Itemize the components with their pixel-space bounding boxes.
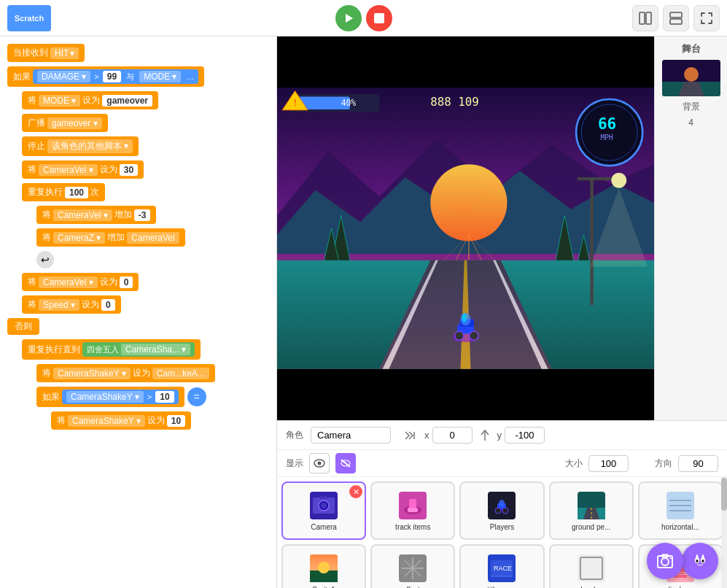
svg-text:888 109: 888 109 xyxy=(430,95,478,109)
x-input[interactable] xyxy=(432,427,473,444)
cameravel-dropdown3[interactable]: CameraVel ▾ xyxy=(39,276,98,288)
damage-dropdown[interactable]: DAMAGE ▾ xyxy=(37,71,90,82)
ellipsis: … xyxy=(186,72,194,81)
camera-label: Camera xyxy=(309,523,338,531)
camerashaky-dropdown[interactable]: CameraShakeY ▾ xyxy=(53,368,131,379)
camerashaky-cond[interactable]: CameraShakeY ▾ > 10 xyxy=(62,390,179,404)
players-label: Players xyxy=(489,523,516,531)
cameravel-dropdown[interactable]: CameraVel ▾ xyxy=(39,164,98,176)
svg-point-80 xyxy=(318,562,330,573)
repeat-arrow[interactable]: ↩ xyxy=(36,251,54,268)
val-10[interactable]: 10 xyxy=(155,391,174,403)
layout-button-1[interactable] xyxy=(632,5,658,31)
sprite-cell-track-items[interactable]: track items xyxy=(370,481,455,540)
scrollbar[interactable] xyxy=(721,477,727,588)
set-label: 将 xyxy=(28,94,36,107)
play-button[interactable] xyxy=(335,5,362,31)
set-mode[interactable]: 将 MODE ▾ 设为 gameover xyxy=(22,91,158,109)
repeat-until[interactable]: 重复执行直到 四舍五入 CameraSha... ▾ xyxy=(22,339,201,360)
if-label2: 如果 xyxy=(42,391,60,403)
sprite-cell-border[interactable]: border xyxy=(549,544,634,588)
set-cameravel-0[interactable]: 将 CameraVel ▾ 设为 0 xyxy=(22,273,139,291)
sprite1-thumb xyxy=(309,554,338,583)
repeat[interactable]: 重复执行 100 次 xyxy=(22,183,105,201)
repeat-until-label: 重复执行直到 xyxy=(28,344,80,356)
svg-rect-2 xyxy=(670,12,682,18)
x-coord-group: x xyxy=(424,427,473,444)
change-cameraz-block: 将 CameraZ ▾ 增加 CameraVel xyxy=(36,228,269,247)
if-camerashaky-block: 如果 CameraShakeY ▾ > 10 = xyxy=(36,387,269,407)
sprite-cell-title-page[interactable]: RACE title page xyxy=(459,544,544,588)
stop-dropdown[interactable]: 该角色的其他脚本 ▾ xyxy=(47,139,133,153)
setvalue-label5: 设为 xyxy=(133,367,150,379)
cameraz-dropdown[interactable]: CameraZ ▾ xyxy=(53,232,105,244)
set-camerashaky-10[interactable]: 将 CameraShakeY ▾ 设为 10 xyxy=(51,411,191,430)
scrollbar-thumb[interactable] xyxy=(721,478,727,511)
title-page-label: title page xyxy=(486,586,518,589)
mode-dropdown[interactable]: MODE ▾ xyxy=(139,71,181,82)
fullscreen-button[interactable] xyxy=(693,5,720,31)
add-sprite-button[interactable] xyxy=(682,543,718,579)
layout-button-2[interactable] xyxy=(663,5,689,31)
svg-rect-24 xyxy=(578,177,616,180)
effects-thumb xyxy=(398,554,427,583)
broadcast-dropdown[interactable]: gameover ▾ xyxy=(47,117,102,129)
val-0[interactable]: 0 xyxy=(120,276,133,288)
val-neg3[interactable]: -3 xyxy=(134,209,151,221)
sprite-cell-horizontal[interactable]: horizontal... xyxy=(638,481,723,540)
gt-symbol: > xyxy=(147,392,152,401)
set-speed[interactable]: 将 Speed ▾ 设为 0 xyxy=(22,295,121,314)
equals-block[interactable]: = xyxy=(187,387,206,406)
size-input[interactable] xyxy=(588,455,629,472)
background-count: 4 xyxy=(688,117,693,128)
y-input[interactable] xyxy=(505,427,545,444)
if-label[interactable]: 如果 DAMAGE ▾ > 99 与 MODE ▾ … xyxy=(7,66,204,87)
change-cameraz[interactable]: 将 CameraZ ▾ 增加 CameraVel xyxy=(36,228,185,247)
gameover-value[interactable]: gameover xyxy=(102,95,152,107)
dir-input[interactable] xyxy=(678,455,718,472)
add-from-library-button[interactable] xyxy=(647,543,683,579)
camerashaky-dropdown3[interactable]: CameraShakeY ▾ xyxy=(68,415,145,427)
game-canvas[interactable]: 40% ! 888 109 66 MPH xyxy=(277,36,654,420)
delete-camera-btn[interactable]: ✕ xyxy=(349,485,362,498)
damage-block[interactable]: DAMAGE ▾ > 99 与 MODE ▾ … xyxy=(33,69,198,84)
sprite-cell-effects[interactable]: effects xyxy=(370,544,455,588)
round-block[interactable]: 四舍五入 CameraSha... ▾ xyxy=(82,342,195,357)
cameravel-ref[interactable]: CameraVel xyxy=(127,232,179,244)
sprite-name-input[interactable] xyxy=(311,427,391,444)
camerashake-dropdown[interactable]: CameraSha... ▾ xyxy=(121,344,190,355)
speed-dropdown[interactable]: Speed ▾ xyxy=(39,299,79,311)
repeat-label: 重复执行 xyxy=(28,186,63,198)
stop-button[interactable] xyxy=(366,5,392,31)
set-cameravel[interactable]: 将 CameraVel ▾ 设为 30 xyxy=(22,160,144,179)
when-receive-block[interactable]: 当接收到 HIT ▾ xyxy=(7,44,85,62)
display-label: display... xyxy=(665,586,696,589)
change-label2: 将 xyxy=(42,231,51,244)
broadcast[interactable]: 广播 gameover ▾ xyxy=(22,114,108,132)
hit-dropdown[interactable]: HIT ▾ xyxy=(50,47,79,59)
stop[interactable]: 停止 该角色的其他脚本 ▾ xyxy=(22,136,139,156)
val-0b[interactable]: 0 xyxy=(101,299,115,311)
camerashaky-dropdown2[interactable]: CameraShakeY ▾ xyxy=(66,391,144,403)
val-30[interactable]: 30 xyxy=(120,164,138,176)
stage-preview[interactable] xyxy=(662,60,720,96)
y-coord-group: y xyxy=(497,427,545,444)
change-cameravel[interactable]: 将 CameraVel ▾ 增加 -3 xyxy=(36,206,156,224)
cameravel-dropdown2[interactable]: CameraVel ▾ xyxy=(53,209,112,221)
eye-slash-button[interactable] xyxy=(335,453,356,473)
sprite-cell-players[interactable]: Players xyxy=(459,481,544,540)
dir-label: 方向 xyxy=(655,457,672,470)
damage-value[interactable]: 99 xyxy=(103,71,121,82)
val-10b[interactable]: 10 xyxy=(167,415,185,427)
sprite-cell-sprite1[interactable]: Sprite1 xyxy=(281,544,366,588)
if-camerashaky[interactable]: 如果 CameraShakeY ▾ > 10 xyxy=(36,387,184,407)
repeat-count[interactable]: 100 xyxy=(65,187,88,198)
sprite-cell-camera[interactable]: ✕ Camera xyxy=(281,481,366,540)
y-label: y xyxy=(497,430,502,441)
eye-button[interactable] xyxy=(309,453,330,473)
sprite-cell-ground-pe[interactable]: ground pe... xyxy=(549,481,634,540)
mode-var-dropdown[interactable]: MODE ▾ xyxy=(39,95,80,107)
set-label6: 将 xyxy=(57,414,66,427)
set-camerashaky[interactable]: 将 CameraShakeY ▾ 设为 Cam...keA... xyxy=(36,364,215,382)
camerashakeamount-ref[interactable]: Cam...keA... xyxy=(152,368,209,379)
